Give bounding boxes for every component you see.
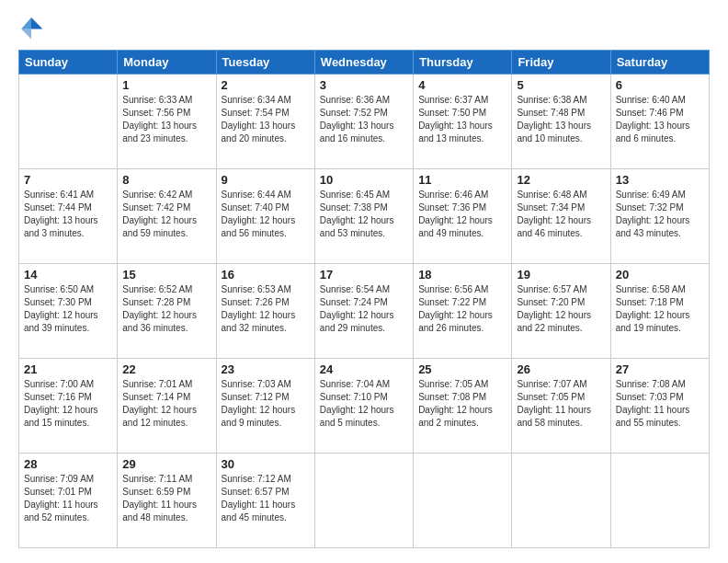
calendar-cell: 2Sunrise: 6:34 AM Sunset: 7:54 PM Daylig…	[216, 75, 314, 169]
day-info: Sunrise: 7:12 AM Sunset: 6:57 PM Dayligh…	[222, 473, 310, 524]
day-number: 22	[122, 362, 210, 376]
day-number: 13	[616, 173, 704, 187]
calendar-cell	[314, 454, 413, 548]
calendar-cell: 14Sunrise: 6:50 AM Sunset: 7:30 PM Dayli…	[19, 264, 118, 359]
weekday-header-friday: Friday	[512, 51, 610, 75]
header	[18, 15, 710, 40]
calendar-cell: 19Sunrise: 6:57 AM Sunset: 7:20 PM Dayli…	[512, 264, 610, 359]
calendar-cell: 1Sunrise: 6:33 AM Sunset: 7:56 PM Daylig…	[118, 75, 216, 169]
day-number: 11	[418, 173, 506, 187]
calendar-cell	[414, 454, 512, 548]
calendar-cell: 23Sunrise: 7:03 AM Sunset: 7:12 PM Dayli…	[216, 359, 314, 454]
day-info: Sunrise: 6:38 AM Sunset: 7:48 PM Dayligh…	[517, 94, 605, 145]
calendar-cell: 17Sunrise: 6:54 AM Sunset: 7:24 PM Dayli…	[314, 264, 413, 359]
day-number: 15	[122, 268, 210, 282]
day-number: 7	[24, 173, 112, 187]
calendar-cell: 11Sunrise: 6:46 AM Sunset: 7:36 PM Dayli…	[414, 169, 512, 264]
svg-marker-2	[21, 29, 31, 40]
day-number: 2	[222, 78, 310, 92]
calendar-cell: 18Sunrise: 6:56 AM Sunset: 7:22 PM Dayli…	[414, 264, 512, 359]
day-number: 6	[616, 78, 704, 92]
day-info: Sunrise: 6:52 AM Sunset: 7:28 PM Dayligh…	[122, 283, 210, 335]
day-number: 10	[320, 173, 408, 187]
calendar-cell: 22Sunrise: 7:01 AM Sunset: 7:14 PM Dayli…	[118, 359, 216, 454]
day-number: 30	[222, 457, 310, 471]
day-number: 14	[24, 268, 112, 282]
day-info: Sunrise: 6:54 AM Sunset: 7:24 PM Dayligh…	[320, 283, 408, 335]
day-number: 1	[122, 78, 210, 92]
day-info: Sunrise: 7:04 AM Sunset: 7:10 PM Dayligh…	[320, 378, 408, 430]
weekday-header-tuesday: Tuesday	[216, 51, 314, 75]
day-info: Sunrise: 6:53 AM Sunset: 7:26 PM Dayligh…	[222, 283, 310, 335]
calendar-header-row: SundayMondayTuesdayWednesdayThursdayFrid…	[19, 51, 710, 75]
day-number: 23	[222, 362, 310, 376]
day-number: 26	[517, 362, 605, 376]
day-info: Sunrise: 7:11 AM Sunset: 6:59 PM Dayligh…	[122, 473, 210, 524]
calendar-cell: 15Sunrise: 6:52 AM Sunset: 7:28 PM Dayli…	[118, 264, 216, 359]
day-info: Sunrise: 7:08 AM Sunset: 7:03 PM Dayligh…	[616, 378, 704, 430]
day-number: 16	[222, 268, 310, 282]
day-number: 19	[517, 268, 605, 282]
day-info: Sunrise: 6:34 AM Sunset: 7:54 PM Dayligh…	[222, 94, 310, 145]
day-info: Sunrise: 6:46 AM Sunset: 7:36 PM Dayligh…	[418, 189, 506, 240]
calendar-week-row: 21Sunrise: 7:00 AM Sunset: 7:16 PM Dayli…	[19, 359, 710, 454]
day-info: Sunrise: 6:57 AM Sunset: 7:20 PM Dayligh…	[517, 283, 605, 335]
calendar-cell	[19, 75, 118, 169]
calendar-cell: 29Sunrise: 7:11 AM Sunset: 6:59 PM Dayli…	[118, 454, 216, 548]
day-number: 28	[24, 457, 112, 471]
day-number: 24	[320, 362, 408, 376]
svg-marker-1	[21, 17, 31, 29]
day-info: Sunrise: 6:36 AM Sunset: 7:52 PM Dayligh…	[320, 94, 408, 145]
calendar-cell: 13Sunrise: 6:49 AM Sunset: 7:32 PM Dayli…	[610, 169, 709, 264]
calendar-cell: 7Sunrise: 6:41 AM Sunset: 7:44 PM Daylig…	[19, 169, 118, 264]
weekday-header-saturday: Saturday	[610, 51, 709, 75]
day-number: 18	[418, 268, 506, 282]
day-info: Sunrise: 6:48 AM Sunset: 7:34 PM Dayligh…	[517, 189, 605, 240]
day-info: Sunrise: 7:07 AM Sunset: 7:05 PM Dayligh…	[517, 378, 605, 430]
calendar-cell: 21Sunrise: 7:00 AM Sunset: 7:16 PM Dayli…	[19, 359, 118, 454]
day-number: 17	[320, 268, 408, 282]
calendar-cell: 28Sunrise: 7:09 AM Sunset: 7:01 PM Dayli…	[19, 454, 118, 548]
weekday-header-thursday: Thursday	[414, 51, 512, 75]
calendar-cell: 6Sunrise: 6:40 AM Sunset: 7:46 PM Daylig…	[610, 75, 709, 169]
calendar-cell: 12Sunrise: 6:48 AM Sunset: 7:34 PM Dayli…	[512, 169, 610, 264]
weekday-header-sunday: Sunday	[19, 51, 118, 75]
day-info: Sunrise: 7:09 AM Sunset: 7:01 PM Dayligh…	[24, 473, 112, 524]
calendar-cell: 9Sunrise: 6:44 AM Sunset: 7:40 PM Daylig…	[216, 169, 314, 264]
day-info: Sunrise: 6:41 AM Sunset: 7:44 PM Dayligh…	[24, 189, 112, 240]
day-info: Sunrise: 6:56 AM Sunset: 7:22 PM Dayligh…	[418, 283, 506, 335]
calendar-cell: 5Sunrise: 6:38 AM Sunset: 7:48 PM Daylig…	[512, 75, 610, 169]
day-number: 9	[222, 173, 310, 187]
calendar-cell: 4Sunrise: 6:37 AM Sunset: 7:50 PM Daylig…	[414, 75, 512, 169]
day-number: 8	[122, 173, 210, 187]
weekday-header-wednesday: Wednesday	[314, 51, 413, 75]
calendar-cell	[610, 454, 709, 548]
day-info: Sunrise: 6:45 AM Sunset: 7:38 PM Dayligh…	[320, 189, 408, 240]
weekday-header-monday: Monday	[118, 51, 216, 75]
calendar-cell: 26Sunrise: 7:07 AM Sunset: 7:05 PM Dayli…	[512, 359, 610, 454]
day-info: Sunrise: 7:03 AM Sunset: 7:12 PM Dayligh…	[222, 378, 310, 430]
day-number: 25	[418, 362, 506, 376]
page: SundayMondayTuesdayWednesdayThursdayFrid…	[0, 0, 728, 563]
day-number: 27	[616, 362, 704, 376]
day-number: 4	[418, 78, 506, 92]
calendar-cell: 10Sunrise: 6:45 AM Sunset: 7:38 PM Dayli…	[314, 169, 413, 264]
day-number: 5	[517, 78, 605, 92]
logo	[18, 15, 48, 40]
day-number: 12	[517, 173, 605, 187]
calendar-week-row: 28Sunrise: 7:09 AM Sunset: 7:01 PM Dayli…	[19, 454, 710, 548]
day-number: 29	[122, 457, 210, 471]
calendar-week-row: 1Sunrise: 6:33 AM Sunset: 7:56 PM Daylig…	[19, 75, 710, 169]
calendar-cell: 20Sunrise: 6:58 AM Sunset: 7:18 PM Dayli…	[610, 264, 709, 359]
day-info: Sunrise: 7:01 AM Sunset: 7:14 PM Dayligh…	[122, 378, 210, 430]
calendar-cell: 27Sunrise: 7:08 AM Sunset: 7:03 PM Dayli…	[610, 359, 709, 454]
calendar-cell: 3Sunrise: 6:36 AM Sunset: 7:52 PM Daylig…	[314, 75, 413, 169]
day-info: Sunrise: 6:40 AM Sunset: 7:46 PM Dayligh…	[616, 94, 704, 145]
day-number: 20	[616, 268, 704, 282]
day-info: Sunrise: 6:44 AM Sunset: 7:40 PM Dayligh…	[222, 189, 310, 240]
day-number: 21	[24, 362, 112, 376]
day-info: Sunrise: 6:33 AM Sunset: 7:56 PM Dayligh…	[122, 94, 210, 145]
day-info: Sunrise: 6:50 AM Sunset: 7:30 PM Dayligh…	[24, 283, 112, 335]
calendar-cell: 8Sunrise: 6:42 AM Sunset: 7:42 PM Daylig…	[118, 169, 216, 264]
day-info: Sunrise: 6:37 AM Sunset: 7:50 PM Dayligh…	[418, 94, 506, 145]
